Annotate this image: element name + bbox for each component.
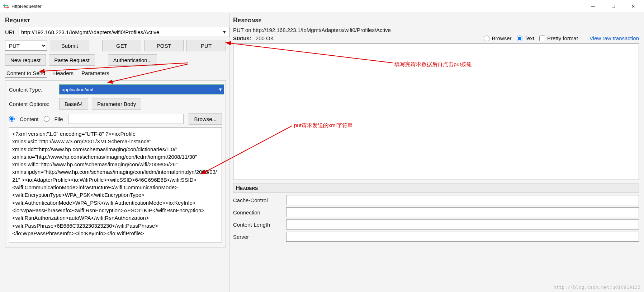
header-row: Server	[233, 232, 639, 242]
response-body-area[interactable]	[233, 43, 639, 180]
response-panel: Response PUT on http://192.168.223.1/IoM…	[229, 13, 644, 292]
maximize-icon[interactable]: ☐	[608, 4, 618, 9]
header-row: Connection	[233, 207, 639, 217]
new-request-button[interactable]: New request	[5, 54, 46, 66]
header-name: Cache-Control	[233, 197, 283, 203]
watermark: http://blog.csdn.net/u010919133	[553, 284, 640, 290]
tab-headers[interactable]: Headers	[52, 69, 75, 78]
file-radio[interactable]	[44, 116, 49, 122]
submit-button[interactable]: Submit	[50, 40, 89, 51]
parameter-body-button[interactable]: Parameter Body	[92, 98, 141, 110]
base64-button[interactable]: Base64	[59, 98, 88, 110]
titlebar: HttpRequester — ☐ ✕	[0, 0, 644, 13]
view-raw-link[interactable]: View raw transaction	[589, 35, 639, 41]
url-input[interactable]	[19, 27, 229, 37]
request-panel: Request URL ▾ PUT Submit GET POST PUT Ne…	[0, 13, 229, 292]
app-icon	[3, 3, 9, 10]
response-headers-title: Headers	[233, 184, 639, 193]
browse-button[interactable]: Browse...	[189, 113, 222, 125]
header-value-input[interactable]	[286, 207, 639, 217]
header-value-input[interactable]	[286, 232, 639, 242]
window-controls: — ☐ ✕	[588, 4, 641, 9]
url-label: URL	[5, 29, 16, 35]
get-button[interactable]: GET	[102, 40, 142, 51]
tab-parameters[interactable]: Parameters	[80, 69, 111, 78]
request-tabs: Content to Send Headers Parameters	[5, 69, 226, 78]
content-type-label: Content Type:	[9, 87, 56, 93]
text-radio-label: Text	[525, 35, 535, 41]
file-radio-label: File	[55, 116, 63, 122]
content-type-input[interactable]	[59, 84, 224, 94]
response-section-title: Response	[233, 17, 639, 24]
text-radio[interactable]	[517, 36, 522, 41]
request-section-title: Request	[5, 17, 226, 24]
content-radio[interactable]	[9, 116, 15, 122]
minimize-icon[interactable]: —	[588, 4, 598, 9]
header-row: Cache-Control	[233, 195, 639, 205]
pretty-format-checkbox[interactable]	[539, 36, 545, 41]
header-name: Connection	[233, 209, 283, 215]
content-to-send-panel: Content Type: ▾ Content Options: Base64 …	[5, 80, 226, 247]
header-row: Content-Length	[233, 219, 639, 230]
browser-radio[interactable]	[484, 36, 489, 41]
content-type-dropdown-icon[interactable]: ▾	[219, 86, 222, 93]
tab-content-to-send[interactable]: Content to Send	[5, 69, 47, 78]
browser-radio-label: Browser	[492, 35, 511, 41]
response-info-line: PUT on http://192.168.223.1/IoMgmt/Adapt…	[233, 27, 639, 33]
file-path-input[interactable]	[68, 114, 184, 124]
content-radio-label: Content	[20, 116, 39, 122]
header-value-input[interactable]	[286, 219, 639, 230]
header-name: Content-Length	[233, 222, 283, 228]
status-value: 200 OK	[256, 35, 274, 41]
method-select[interactable]: PUT	[5, 41, 47, 51]
window-title: HttpRequester	[11, 4, 42, 9]
paste-request-button[interactable]: Paste Request	[49, 54, 95, 66]
header-name: Server	[233, 234, 283, 240]
header-value-input[interactable]	[286, 195, 639, 205]
content-options-label: Content Options:	[9, 101, 56, 107]
authentication-button[interactable]: Authentication...	[108, 54, 157, 66]
put-button[interactable]: PUT	[186, 40, 226, 51]
close-icon[interactable]: ✕	[628, 4, 638, 9]
url-dropdown-icon[interactable]: ▾	[223, 29, 226, 35]
status-label: Status:	[233, 35, 251, 41]
pretty-format-label: Pretty format	[547, 35, 578, 41]
post-button[interactable]: POST	[144, 40, 184, 51]
request-body-textarea[interactable]: <?xml version:"1.0" encoding="UTF-8" ?><…	[9, 128, 222, 242]
